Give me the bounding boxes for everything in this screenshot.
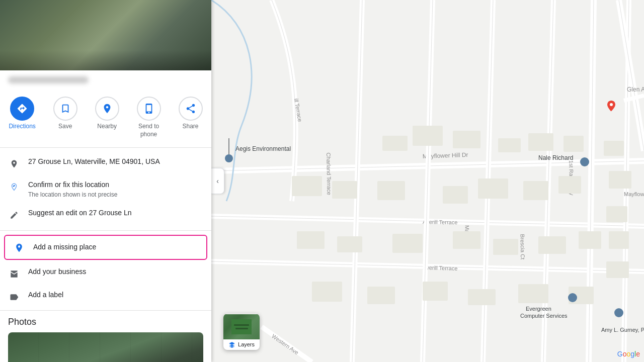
svg-rect-62 [518,284,548,303]
save-button[interactable]: Save [48,94,83,141]
add-business-content: Add your business [28,267,203,277]
action-buttons-row: Directions Save Nearby [0,89,211,148]
svg-point-73 [568,293,577,302]
directions-icon-circle [10,97,34,121]
add-missing-place-row[interactable]: + Add a missing place [4,235,207,260]
send-to-phone-button[interactable]: Send tophone [132,94,166,141]
svg-rect-52 [337,236,362,252]
blurred-title-bar [8,76,89,83]
add-business-row[interactable]: Add your business [0,262,211,285]
add-business-icon [8,268,20,280]
left-panel: Directions Save Nearby [0,0,211,362]
address-icon [8,158,20,170]
add-missing-place-text: Add a missing place [33,242,198,252]
save-icon [60,103,71,114]
collapse-icon: ‹ [216,177,219,185]
svg-rect-50 [558,176,581,194]
svg-text:Evergreen: Evergreen [526,306,551,312]
collapse-panel-button[interactable]: ‹ [211,168,224,194]
svg-text:Averill Terrace: Averill Terrace [423,264,458,272]
google-logo-e: e [636,350,640,358]
svg-rect-67 [609,231,629,249]
save-icon-circle [53,97,77,121]
svg-text:Brescia Ct: Brescia Ct [519,234,526,259]
save-label: Save [58,123,72,131]
svg-text:+: + [18,244,20,248]
map-svg: Mayflower Hill Dr Averill Terrace Averil… [211,0,644,362]
svg-text:Mayflowe: Mayflowe [624,191,644,197]
add-missing-place-icon: + [13,242,25,254]
svg-rect-43 [564,136,584,152]
directions-label: Directions [9,123,35,131]
google-logo: Google [617,350,640,358]
nearby-icon-circle [95,97,119,121]
edit-icon [8,209,20,221]
address-content: 27 Grouse Ln, Waterville, ME 04901, USA [28,157,203,167]
svg-rect-48 [478,178,508,199]
share-icon [185,103,196,114]
add-label-icon [8,291,20,303]
photo-thumbnail[interactable] [8,332,203,362]
svg-rect-61 [468,289,496,305]
svg-rect-64 [604,141,624,156]
send-to-phone-label: Send tophone [138,123,159,138]
svg-rect-60 [423,282,448,301]
nearby-label: Nearby [97,123,117,131]
svg-point-78 [610,103,613,106]
info-section: 27 Grouse Ln, Waterville, ME 04901, USA … [0,148,211,231]
confirm-location-row[interactable]: Confirm or fix this location The locatio… [0,175,211,203]
svg-rect-47 [443,186,468,204]
map-area[interactable]: Mayflower Hill Dr Averill Terrace Averil… [211,0,644,362]
svg-text:Computer Services: Computer Services [520,313,568,319]
google-logo-g2: g [630,350,634,358]
address-row[interactable]: 27 Grouse Ln, Waterville, ME 04901, USA [0,152,211,175]
svg-rect-38 [382,136,408,151]
suggest-edit-text: Suggest an edit on 27 Grouse Ln [28,208,203,218]
svg-rect-53 [392,234,423,253]
suggest-edit-row[interactable]: Suggest an edit on 27 Grouse Ln [0,203,211,226]
blurred-title-area [0,70,211,89]
svg-text:Glen Ave: Glen Ave [627,86,644,93]
confirm-location-content: Confirm or fix this location The locatio… [28,180,203,198]
svg-rect-80 [234,324,249,326]
confirm-icon [8,181,20,193]
svg-rect-58 [312,282,342,302]
nearby-button[interactable]: Nearby [90,94,124,141]
share-button[interactable]: Share [174,94,208,141]
add-label-row[interactable]: Add a label [0,285,211,308]
svg-text:Nale Richard: Nale Richard [538,154,573,161]
svg-rect-45 [332,181,357,199]
svg-rect-81 [235,328,248,329]
actions-section: + Add a missing place Add your business [0,231,211,311]
share-icon-circle [179,97,203,121]
photos-title: Photos [8,317,203,327]
svg-text:Aegis Environmental: Aegis Environmental [235,145,291,152]
svg-rect-79 [231,319,252,334]
directions-icon [17,103,28,114]
svg-text:Charland Terrace: Charland Terrace [326,152,332,195]
svg-rect-42 [528,133,553,151]
share-label: Share [182,123,198,131]
address-text: 27 Grouse Ln, Waterville, ME 04901, USA [28,157,203,167]
google-logo-g: G [617,350,623,358]
svg-text:Amy L. Gurney, P.: Amy L. Gurney, P. [601,327,644,333]
layers-map-preview [223,314,260,339]
svg-rect-44 [292,176,322,196]
confirm-location-main: Confirm or fix this location [28,180,203,190]
svg-rect-55 [493,239,518,255]
svg-rect-41 [498,138,521,152]
layers-button[interactable]: Layers [223,314,260,350]
svg-rect-40 [453,131,480,148]
add-business-text: Add your business [28,267,203,277]
svg-point-69 [225,154,233,162]
svg-rect-66 [606,206,627,222]
add-label-content: Add a label [28,290,203,300]
svg-rect-51 [297,231,325,249]
svg-rect-54 [453,231,480,249]
svg-point-76 [614,308,623,317]
send-to-phone-icon [143,103,154,114]
add-label-text: Add a label [28,290,203,300]
directions-button[interactable]: Directions [4,94,40,141]
send-to-phone-icon-circle [137,97,161,121]
svg-rect-56 [538,236,566,254]
